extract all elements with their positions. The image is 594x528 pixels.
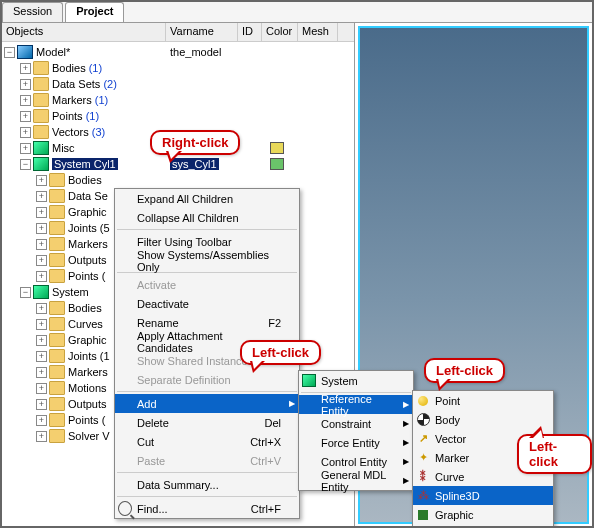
count-badge: (2) — [103, 78, 116, 90]
menu-graphic[interactable]: Graphic — [413, 505, 553, 524]
curve-icon: ⁑ — [416, 470, 430, 484]
tree-label: Markers — [68, 366, 108, 378]
tree-label: Bodies — [68, 174, 102, 186]
menu-find[interactable]: Find...Ctrl+F — [115, 499, 299, 518]
menu-separator — [117, 472, 297, 473]
shortcut-label: F2 — [268, 317, 281, 329]
header-varname[interactable]: Varname — [166, 23, 238, 41]
tree-label: Markers — [68, 238, 108, 250]
expand-toggle[interactable]: + — [20, 143, 31, 154]
menu-delete[interactable]: DeleteDel — [115, 413, 299, 432]
callout-right-click: Right-click — [150, 130, 240, 155]
tree-row-model[interactable]: − Model* the_model — [2, 44, 354, 60]
folder-icon — [33, 93, 49, 107]
tree-label: Joints (5 — [68, 222, 110, 234]
menu-cut[interactable]: CutCtrl+X — [115, 432, 299, 451]
menu-show-systems-only[interactable]: Show Systems/Assemblies Only — [115, 251, 299, 270]
folder-icon — [49, 413, 65, 427]
folder-icon — [49, 301, 65, 315]
header-id[interactable]: ID — [238, 23, 262, 41]
tree-label: System — [52, 286, 89, 298]
spline3d-icon: ⁂ — [416, 489, 430, 503]
submenu-arrow-icon: ▶ — [403, 457, 409, 466]
tree-row[interactable]: +Points (1) — [2, 108, 354, 124]
menu-data-summary[interactable]: Data Summary... — [115, 475, 299, 494]
expand-toggle[interactable]: + — [36, 207, 47, 218]
folder-icon — [49, 221, 65, 235]
folder-icon — [49, 317, 65, 331]
menu-reference-entity[interactable]: Reference Entity▶ — [299, 395, 413, 414]
color-swatch[interactable] — [270, 158, 284, 170]
folder-icon — [49, 365, 65, 379]
expand-toggle[interactable]: + — [20, 95, 31, 106]
tree-label: Outputs — [68, 398, 107, 410]
expand-toggle[interactable]: − — [20, 287, 31, 298]
point-icon — [416, 394, 430, 408]
expand-toggle[interactable]: + — [20, 63, 31, 74]
tree-label: Graphic — [68, 206, 107, 218]
expand-toggle[interactable]: + — [36, 191, 47, 202]
expand-toggle[interactable]: + — [36, 223, 47, 234]
expand-toggle[interactable]: + — [36, 319, 47, 330]
menu-spline3d[interactable]: ⁂Spline3D — [413, 486, 553, 505]
menu-expand-all[interactable]: Expand All Children — [115, 189, 299, 208]
submenu-arrow-icon: ▶ — [289, 399, 295, 408]
menu-constraint[interactable]: Constraint▶ — [299, 414, 413, 433]
folder-icon — [49, 253, 65, 267]
header-mesh[interactable]: Mesh — [298, 23, 338, 41]
expand-toggle[interactable]: − — [4, 47, 15, 58]
submenu-arrow-icon: ▶ — [403, 400, 409, 409]
expand-toggle[interactable]: + — [36, 239, 47, 250]
count-badge: (1) — [89, 62, 102, 74]
menu-separator — [117, 391, 297, 392]
menu-force-entity[interactable]: Force Entity▶ — [299, 433, 413, 452]
expand-toggle[interactable]: + — [36, 335, 47, 346]
folder-icon — [49, 205, 65, 219]
folder-icon — [33, 125, 49, 139]
folder-icon — [33, 61, 49, 75]
expand-toggle[interactable]: + — [36, 271, 47, 282]
expand-toggle[interactable]: + — [20, 79, 31, 90]
expand-toggle[interactable]: + — [36, 415, 47, 426]
system-icon — [302, 374, 316, 388]
header-objects[interactable]: Objects — [2, 23, 166, 41]
tab-project[interactable]: Project — [65, 2, 124, 22]
tree-label: System Cyl1 — [52, 158, 118, 170]
expand-toggle[interactable]: + — [36, 431, 47, 442]
model-icon — [17, 45, 33, 59]
expand-toggle[interactable]: + — [36, 399, 47, 410]
header-color[interactable]: Color — [262, 23, 298, 41]
vector-icon: ↗ — [416, 432, 430, 446]
expand-toggle[interactable]: + — [36, 383, 47, 394]
expand-toggle[interactable]: + — [36, 175, 47, 186]
shortcut-label: Ctrl+V — [250, 455, 281, 467]
submenu-arrow-icon: ▶ — [403, 438, 409, 447]
count-badge: (1) — [95, 94, 108, 106]
tree-label: Model* — [36, 46, 70, 58]
expand-toggle[interactable]: + — [36, 367, 47, 378]
tree-label: Points ( — [68, 414, 105, 426]
tab-session[interactable]: Session — [2, 2, 63, 22]
color-swatch[interactable] — [270, 142, 284, 154]
tree-row[interactable]: +Markers (1) — [2, 92, 354, 108]
expand-toggle[interactable]: + — [20, 111, 31, 122]
tree-row[interactable]: +Data Sets (2) — [2, 76, 354, 92]
expand-toggle[interactable]: − — [20, 159, 31, 170]
tree-row[interactable]: +Bodies — [2, 172, 354, 188]
expand-toggle[interactable]: + — [36, 351, 47, 362]
expand-toggle[interactable]: + — [20, 127, 31, 138]
menu-general-mdl[interactable]: General MDL Entity▶ — [299, 471, 413, 490]
menu-add-system[interactable]: System — [299, 371, 413, 390]
folder-icon — [49, 189, 65, 203]
folder-icon — [49, 333, 65, 347]
menu-collapse-all[interactable]: Collapse All Children — [115, 208, 299, 227]
expand-toggle[interactable]: + — [36, 303, 47, 314]
expand-toggle[interactable]: + — [36, 255, 47, 266]
menu-separator — [117, 496, 297, 497]
submenu-arrow-icon: ▶ — [403, 419, 409, 428]
menu-add[interactable]: Add▶ — [115, 394, 299, 413]
tree-row[interactable]: +Bodies (1) — [2, 60, 354, 76]
tree-label: Points — [52, 110, 83, 122]
menu-deactivate[interactable]: Deactivate — [115, 294, 299, 313]
menu-point[interactable]: Point — [413, 391, 553, 410]
